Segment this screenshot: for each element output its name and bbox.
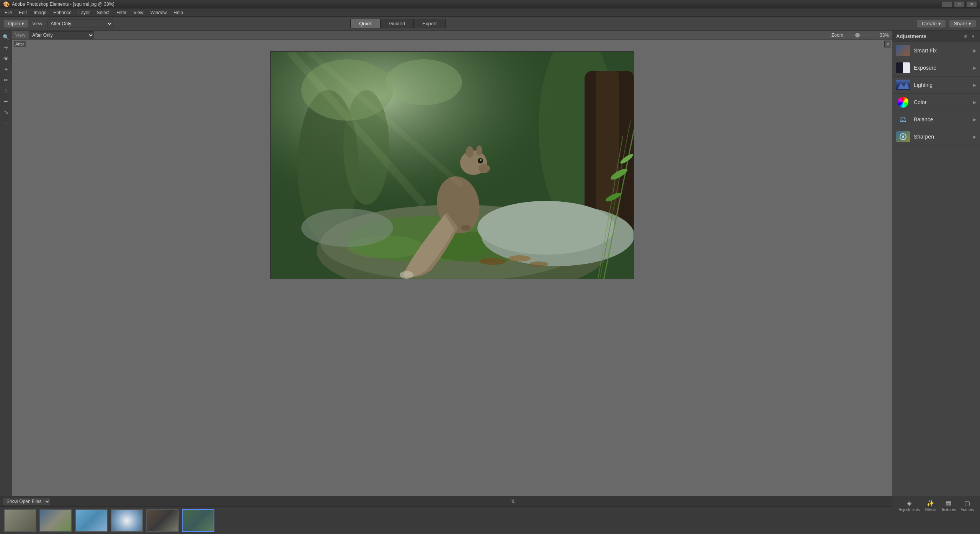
balance-icon: ⚖	[896, 114, 910, 125]
menu-item-view[interactable]: View	[131, 9, 147, 16]
adjustment-item-lighting[interactable]: Lighting▶	[892, 77, 980, 94]
filmstrip-thumb-inner-2	[40, 510, 71, 531]
balance-label: Balance	[914, 116, 969, 122]
effects-panel-panel-button[interactable]: ✨Effects	[924, 500, 936, 512]
text-tool[interactable]: T	[1, 86, 11, 96]
filmstrip-thumb-inner-3	[76, 510, 107, 531]
open-button[interactable]: Open ▾	[4, 19, 28, 28]
view-static-label: View:	[15, 33, 26, 38]
zoom-label: Zoom:	[831, 33, 844, 38]
squirrel-svg	[271, 52, 634, 279]
filmstrip-sort-icon[interactable]: ⇅	[511, 499, 515, 504]
adjustment-item-exposure[interactable]: Exposure▶	[892, 59, 980, 77]
exposure-icon	[896, 62, 910, 73]
filmstrip-thumb-inner-6	[183, 510, 214, 531]
effects-panel-panel-label: Effects	[924, 508, 936, 512]
svg-point-20	[479, 258, 506, 265]
textures-panel-icon: ▦	[946, 500, 951, 507]
lasso-tool[interactable]: ⌖	[1, 64, 11, 74]
canvas-area: View: After OnlyBefore OnlyBefore & Afte…	[12, 31, 892, 496]
move-tool[interactable]: ✛	[1, 43, 11, 53]
frames-panel-icon: ▢	[964, 500, 970, 507]
filmstrip-thumb-inner-1	[5, 510, 36, 531]
filmstrip-thumb-4[interactable]	[111, 509, 143, 532]
filmstrip-thumb-inner-5	[147, 510, 178, 531]
svg-point-23	[479, 164, 490, 173]
canvas-close-button[interactable]: ✕	[884, 41, 891, 47]
menu-item-filter[interactable]: Filter	[113, 9, 130, 16]
transform-tool[interactable]: ⤡	[1, 107, 11, 117]
title-bar-title: Adobe Photoshop Elements - [squirrel.jpg…	[12, 2, 114, 7]
svg-point-29	[461, 225, 470, 231]
close-button[interactable]: ✕	[966, 1, 977, 7]
menu-item-file[interactable]: File	[2, 9, 15, 16]
menu-item-help[interactable]: Help	[170, 9, 186, 16]
adjustments-title: Adjustments	[896, 33, 926, 39]
adjustment-item-sharpen[interactable]: Sharpen▶	[892, 128, 980, 145]
after-label: After	[14, 41, 26, 47]
zoom-tool[interactable]: 🔍	[1, 32, 11, 42]
filmstrip	[0, 507, 980, 534]
adjustment-item-smart-fix[interactable]: Smart Fix▶	[892, 42, 980, 59]
filmstrip-thumb-1[interactable]	[4, 509, 36, 532]
filmstrip-thumb-3[interactable]	[75, 509, 108, 532]
menu-item-window[interactable]: Window	[147, 9, 170, 16]
mode-tab-expert[interactable]: Expert	[414, 19, 445, 28]
view-select-canvas[interactable]: After OnlyBefore OnlyBefore & After - Ho…	[29, 31, 94, 39]
view-select[interactable]: After OnlyBefore OnlyBefore & After - Ho…	[47, 20, 113, 28]
adjustments-panel-panel-button[interactable]: ◈Adjustments	[898, 500, 920, 512]
smart-fix-icon	[896, 45, 910, 56]
menu-item-image[interactable]: Image	[31, 9, 49, 16]
maximize-button[interactable]: □	[954, 1, 965, 7]
share-button[interactable]: Share ▾	[949, 19, 976, 28]
menu-item-enhance[interactable]: Enhance	[50, 9, 74, 16]
frames-panel-panel-label: Frames	[961, 508, 974, 512]
menu-item-layer[interactable]: Layer	[75, 9, 93, 16]
svg-point-25	[480, 159, 482, 161]
top-bar: Open ▾ View: After OnlyBefore OnlyBefore…	[0, 17, 980, 31]
effects-panel-icon: ✨	[927, 500, 934, 507]
filmstrip-bar: Show Open Files ⇅ ▸	[0, 496, 980, 507]
view-label: View:	[32, 21, 43, 26]
mode-tab-quick[interactable]: Quick	[351, 19, 381, 28]
main-layout: 🔍✛👁⌖✏T✒⤡+ View: After OnlyBefore OnlyBef…	[0, 31, 980, 496]
color-icon	[896, 97, 910, 108]
menu-bar: FileEditImageEnhanceLayerSelectFilterVie…	[0, 8, 980, 17]
svg-point-27	[476, 145, 482, 155]
svg-point-41	[902, 136, 904, 138]
svg-point-19	[529, 261, 548, 267]
title-bar-controls[interactable]: ─ □ ✕	[942, 1, 977, 7]
brush-tool[interactable]: ✏	[1, 75, 11, 85]
frames-panel-panel-button[interactable]: ▢Frames	[961, 500, 974, 512]
adjustment-item-balance[interactable]: ⚖Balance▶	[892, 111, 980, 128]
filmstrip-thumb-2[interactable]	[39, 509, 72, 532]
panel-options-icon[interactable]: ≡	[962, 33, 969, 39]
canvas-wrapper: ✕ After	[12, 40, 892, 496]
svg-point-9	[385, 59, 462, 105]
zoom-slider[interactable]	[847, 34, 877, 36]
show-open-files-select[interactable]: Show Open Files	[2, 498, 51, 505]
filmstrip-thumb-6[interactable]	[182, 509, 214, 532]
create-share-area: Create ▾ Share ▾	[917, 19, 976, 28]
color-label: Color	[914, 99, 969, 105]
svg-point-30	[400, 271, 413, 279]
minimize-button[interactable]: ─	[942, 1, 952, 7]
svg-point-16	[477, 201, 615, 255]
menu-item-select[interactable]: Select	[94, 9, 113, 16]
filmstrip-thumb-5[interactable]	[146, 509, 179, 532]
panel-arrow-icon[interactable]: ▾	[970, 33, 976, 39]
adjustment-item-color[interactable]: Color▶	[892, 94, 980, 111]
smart-fix-arrow-icon: ▶	[973, 48, 976, 53]
textures-panel-panel-button[interactable]: ▦Textures	[941, 500, 956, 512]
exposure-arrow-icon: ▶	[973, 65, 976, 70]
add-tool[interactable]: +	[1, 118, 11, 128]
canvas-image	[270, 51, 634, 279]
view-bar: View: After OnlyBefore OnlyBefore & Afte…	[12, 31, 892, 40]
menu-item-edit[interactable]: Edit	[16, 9, 30, 16]
pencil-tool[interactable]: ✒	[1, 96, 11, 106]
panel-header-icons: ≡ ▾	[962, 33, 976, 39]
lighting-label: Lighting	[914, 82, 969, 88]
create-button[interactable]: Create ▾	[917, 19, 946, 28]
mode-tab-guided[interactable]: Guided	[381, 19, 414, 28]
view-tool[interactable]: 👁	[1, 54, 11, 64]
